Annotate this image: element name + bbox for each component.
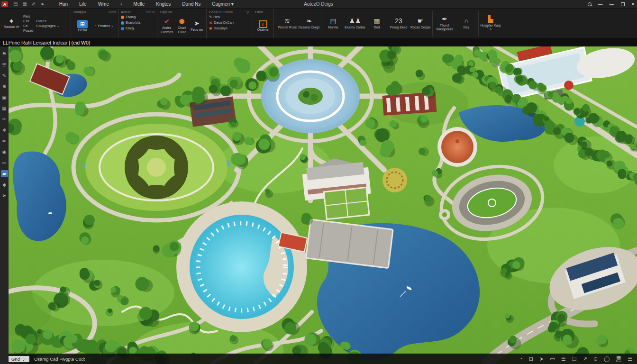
export-icon[interactable]: ⊡ [529,356,533,362]
group5-item-2[interactable]: ◉Dasabys [209,26,228,31]
restore-button[interactable] [621,2,625,6]
rect-tool-icon[interactable]: ▭ [1,159,8,166]
status-message: Osamg Cad Fwggte Codt [34,356,85,362]
ribbon-button-6[interactable]: ☛Rocas Cespa [410,9,431,37]
pen-tool-icon[interactable]: ✑ [1,116,8,123]
shape-tool-icon[interactable]: ◆ [1,181,8,188]
flag-tool-icon[interactable]: ⚑ [1,50,8,57]
ribbon-group-dwikpa: Dwikpa Cod ⊞ Desia ◔ Pestres ⌄ [71,9,118,38]
document-icon[interactable]: ▤ [13,1,18,7]
dome-pavilion [437,127,477,167]
group4-item-1[interactable]: ⬢Chart TRV2 [175,17,189,35]
close-button[interactable]: ✕ [631,1,635,7]
ribbon-button-1[interactable]: ❧Desana Crags [298,9,320,37]
desia-icon: ⊞ [77,20,88,28]
pen-icon[interactable]: ✐ [32,1,36,7]
cursor-icon[interactable]: ➤ [539,356,544,362]
zoom-icon[interactable]: ⊙ [593,356,598,362]
search-icon[interactable] [588,2,592,6]
desia-button[interactable]: ⊞ Desia [73,20,91,32]
measure-tool-icon[interactable]: ☰ [1,61,8,68]
group1-item-2[interactable]: Ce [23,24,33,28]
menu-item-2[interactable]: Wme [92,1,115,7]
ornament-circle [382,168,407,192]
pestres-button[interactable]: ◔ Pestres ⌄ [94,24,114,28]
ribbon-group-aatue: Aatue C2.0 EbasgErarbrbtaEbeg [118,9,157,38]
ribbon-button-2[interactable]: ▤Marme [322,9,344,37]
ribbon-button-7[interactable]: ✒Thordl Wasgpders [434,9,455,37]
ribbon-button-9[interactable]: ▙Husgrier Karp o [480,9,501,37]
group5-item-1-icon: ▣ [209,20,212,25]
group3-item-2-icon [121,27,124,30]
group4-item-0[interactable]: ✔Atsles Cosmos [160,17,174,35]
leaf-icon[interactable]: ❧ [40,1,44,7]
grid-icon[interactable]: ▦ [22,1,27,7]
group3-item-1-icon [121,21,124,25]
group4-item-2[interactable]: ➤Feus ws [190,19,204,33]
frame-tool-icon[interactable]: ▣ [1,94,8,101]
status-icons: ◔⊡➤▭☰❏↗⊙◯▦Rods☰ [519,355,637,363]
target-tool-icon[interactable]: ◉ [1,148,8,155]
group6-header: Then [255,9,263,15]
radius-tool-button[interactable]: ✦ Radius Vr [2,18,20,29]
tool-palette: ⚑☰✎❃▣▦✑❖✏◉▭▰◆➤ [0,46,9,364]
menu-item-3[interactable]: › [115,1,127,7]
group1-item-0[interactable]: Reis [23,14,33,18]
sketch-tool-icon[interactable]: ✎ [1,72,8,79]
ribbon-group-then: Then ▯ Octime [252,9,274,38]
group5-caret-icon[interactable]: ▽ [246,9,249,15]
group5-item-0[interactable]: ✎Hes [209,15,220,19]
menu-item-7[interactable]: Cagmen ▾ [206,1,239,7]
ribbon-button-2-icon: ▤ [330,18,336,25]
status-bar: ▸ Gnd ⌄ Osamg Cad Fwggte Codt ◔⊡➤▭☰❏↗⊙◯▦… [9,354,637,364]
menu-item-6[interactable]: Dund Ns [176,1,206,7]
ribbon-button-5[interactable]: 23Froog Eked [388,9,410,37]
arrow-tool-icon[interactable]: ➤ [1,192,8,199]
plares-item[interactable]: Plares [36,19,59,23]
group1-item-3[interactable]: Pusad [23,28,33,33]
menu-item-4[interactable]: Melle [127,1,150,7]
active-swatch-tool-icon[interactable]: ▰ [1,170,8,177]
menu-item-5[interactable]: Kngtes [150,1,176,7]
ribbon-toolbar: ✦ Radius Vr ReisEssCePusad Plares Coupgr… [0,9,637,39]
coupgrages-item[interactable]: Coupgrages ⌄ [36,24,59,28]
menu-icon[interactable]: ☰ [628,356,632,362]
group3-item-2[interactable]: Ebeg [121,26,134,31]
panel-icon[interactable]: ▭ [550,356,555,362]
list-icon[interactable]: ☰ [561,356,566,362]
app-window: A ▤ ▦ ✐ ❧ HunLileWme›MelleKngtesDund NsC… [0,0,637,364]
group1-item-1[interactable]: Ess [23,19,33,23]
group4-item-1-icon: ⬢ [179,18,184,25]
group4-item-0-icon: ✔ [164,18,170,25]
pencil-tool-icon[interactable]: ✏ [1,137,8,145]
drawing-canvas[interactable]: ▸ Gnd ⌄ Osamg Cad Fwggte Codt ◔⊡➤▭☰❏↗⊙◯▦… [9,46,637,364]
group5-item-1[interactable]: ▣Deoa DrCarr [209,20,234,25]
grid-frame-tool-icon[interactable]: ▦ [1,105,8,112]
ribbon-button-0[interactable]: ≋Promsf Russ [276,9,298,37]
group3-item-0[interactable]: Ebasg [121,15,136,19]
group2-header-right: Cod [109,9,116,15]
grid-rods-icon[interactable]: ▦Rods [616,355,621,363]
layers-icon[interactable]: ❏ [572,356,577,362]
app-logo-icon[interactable]: A [1,1,8,7]
menu-item-0[interactable]: Hun [54,1,73,7]
park-scene [9,46,637,364]
minimize-button[interactable]: — [598,1,603,7]
group3-item-0-icon [121,16,124,19]
circle-icon[interactable]: ◯ [604,356,610,362]
lasso-tool-icon[interactable]: ❃ [1,83,8,90]
group3-item-1[interactable]: Erarbrbta [121,20,140,25]
patch-tool-icon[interactable]: ❖ [1,127,8,134]
compass-icon[interactable]: ◔ [519,356,523,362]
ribbon-button-4-icon: ▦ [373,18,380,25]
ribbon-button-8[interactable]: ⌂Das [455,9,477,37]
share-icon[interactable]: ↗ [583,356,587,362]
ribbon-button-3[interactable]: ♟♟Examy Codas [344,9,366,37]
ribbon-button-4[interactable]: ▦Ded [366,9,388,37]
menu-item-1[interactable]: Lile [73,1,92,7]
minimize2-button[interactable]: — [610,1,614,7]
group2-header: Dwikpa [73,9,86,15]
octime-button[interactable]: ▯ Octime [255,20,271,32]
group5-item-0-icon: ✎ [209,15,212,19]
grid-mode-button[interactable]: Gnd ⌄ [9,356,29,362]
